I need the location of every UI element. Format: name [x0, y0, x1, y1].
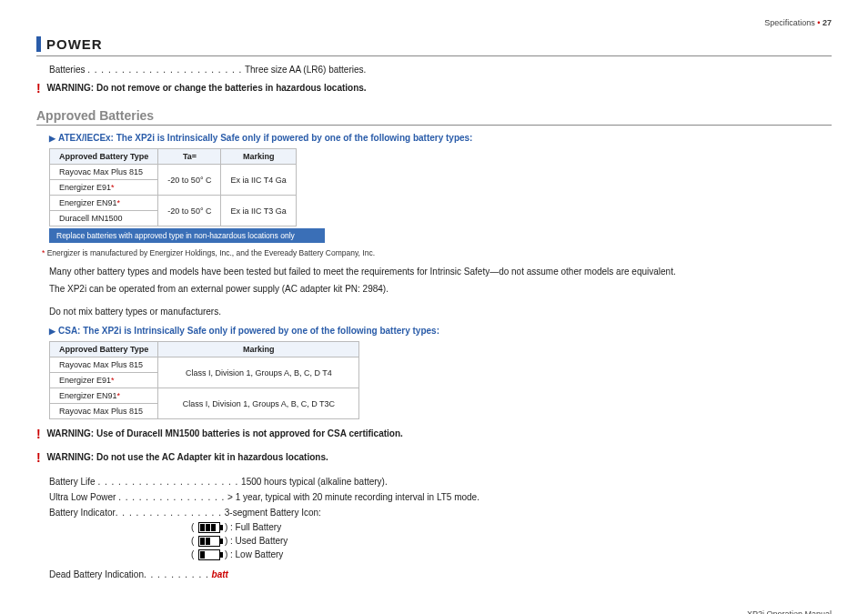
- warning-csa: ! WARNING: Use of Duracell MN1500 batter…: [36, 427, 832, 441]
- asterisk-icon: *: [117, 198, 121, 207]
- triangle-right-icon: ▶: [49, 327, 56, 336]
- battery-low-icon: [198, 549, 220, 560]
- para-other-types: Many other battery types and models have…: [49, 265, 832, 278]
- footnote-energizer: * Energizer is manufactured by Energizer…: [42, 248, 832, 257]
- approved-batteries-heading: Approved Batteries: [36, 108, 832, 123]
- csa-heading: ▶CSA: The XP2i is Intrinsically Safe onl…: [49, 326, 832, 336]
- page-footer: XP2i Operation Manual: [36, 609, 832, 614]
- table-row: Rayovac Max Plus 815 -20 to 50° C Ex ia …: [50, 165, 297, 180]
- warning-ac-adapter: ! WARNING: Do not use the AC Adapter kit…: [36, 450, 832, 465]
- spec-batt-indicator: Battery Indicator. . . . . . . . . . . .…: [49, 505, 832, 520]
- asterisk-icon: *: [42, 248, 45, 257]
- page-header: Specifications • 27: [36, 18, 832, 27]
- batt-used: ( ) : Used Battery: [191, 534, 832, 548]
- batt-full: ( ) : Full Battery: [191, 520, 832, 534]
- triangle-right-icon: ▶: [49, 134, 56, 143]
- rule: [36, 55, 832, 56]
- spec-batteries: Batteries . . . . . . . . . . . . . . . …: [49, 62, 832, 77]
- csa-table: Approved Battery Type Marking Rayovac Ma…: [49, 341, 359, 419]
- col-ta: Ta=: [158, 149, 221, 165]
- rule: [36, 125, 832, 126]
- section-title-power: POWER: [36, 36, 832, 52]
- col-type: Approved Battery Type: [50, 149, 158, 165]
- batt-low: ( ) : Low Battery: [191, 548, 832, 561]
- warning-icon: !: [36, 81, 41, 96]
- battery-used-icon: [198, 536, 220, 547]
- col-marking: Marking: [158, 342, 359, 357]
- atex-table: Approved Battery Type Ta= Marking Rayova…: [49, 148, 297, 226]
- para-no-mix: Do not mix battery types or manufacturer…: [49, 305, 832, 318]
- col-marking: Marking: [221, 149, 296, 165]
- warning-icon: !: [36, 450, 41, 465]
- spec-dead-battery: Dead Battery Indication. . . . . . . . .…: [49, 567, 832, 582]
- table-row: Rayovac Max Plus 815 Class I, Division 1…: [50, 357, 359, 373]
- asterisk-icon: *: [111, 183, 115, 192]
- table-row: Energizer EN91* -20 to 50° C Ex ia IIC T…: [50, 196, 297, 211]
- warning-batteries: ! WARNING: Do not remove or change the b…: [36, 81, 832, 96]
- atex-heading: ▶ATEX/IECEx: The XP2i is Intrinsically S…: [49, 133, 832, 143]
- asterisk-icon: *: [111, 376, 115, 385]
- table-row: Energizer EN91* Class I, Division 1, Gro…: [50, 388, 359, 404]
- asterisk-icon: *: [117, 391, 121, 400]
- spec-battery-life: Battery Life . . . . . . . . . . . . . .…: [49, 474, 832, 489]
- atex-note-bar: Replace batteries with approved type in …: [49, 228, 325, 243]
- col-type: Approved Battery Type: [50, 342, 158, 357]
- warning-icon: !: [36, 427, 41, 441]
- para-external-ps: The XP2i can be operated from an externa…: [49, 282, 832, 296]
- battery-full-icon: [198, 522, 220, 533]
- spec-ulp: Ultra Low Power . . . . . . . . . . . . …: [49, 489, 832, 505]
